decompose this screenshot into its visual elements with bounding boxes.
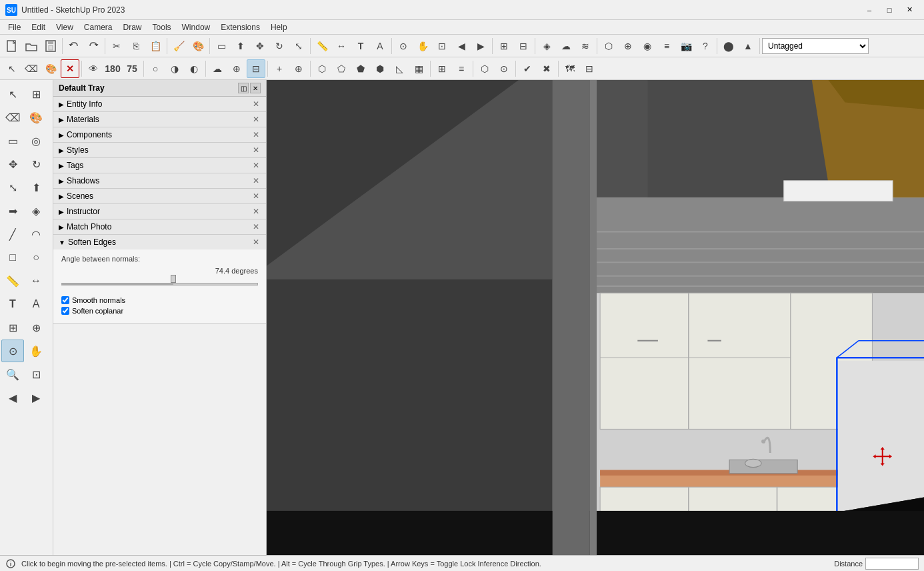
toolbar2-btn17[interactable]: ⬢ (371, 59, 389, 78)
tray-close-btn[interactable]: ✕ (250, 83, 261, 93)
toolbar2-btn5[interactable]: 👁 (84, 59, 103, 78)
tray-section-entity-info-header[interactable]: ▶ Entity Info ✕ (53, 97, 266, 111)
erase-tool[interactable]: ⌫ (1, 106, 24, 129)
copy-button[interactable]: ⎘ (127, 37, 145, 55)
rotate-t1[interactable]: ↻ (270, 37, 289, 55)
zoom-tool[interactable]: 🔍 (1, 363, 24, 386)
instructor-close[interactable]: ✕ (251, 207, 261, 216)
menu-view[interactable]: View (51, 20, 79, 35)
next-view-tool[interactable]: ▶ (25, 386, 47, 409)
toolbar2-btn7[interactable]: 75 (123, 59, 141, 78)
soften-edges-close[interactable]: ✕ (251, 237, 261, 247)
toolbar2-btn14[interactable]: ⬡ (313, 59, 331, 78)
menu-draw[interactable]: Draw (118, 20, 147, 35)
menu-help[interactable]: Help (265, 20, 293, 35)
paste-button[interactable]: 📋 (146, 37, 165, 55)
rotate-tool[interactable]: ↻ (25, 153, 47, 175)
viewport[interactable] (267, 80, 924, 555)
entity-info-close[interactable]: ✕ (251, 99, 261, 109)
toolbar2-icon-cloud[interactable]: ☁ (208, 59, 227, 78)
text-tool[interactable]: T (1, 293, 24, 316)
orbit-t1[interactable]: ⊙ (394, 37, 413, 55)
fog-t1[interactable]: ≋ (576, 37, 595, 55)
tray-section-shadows-header[interactable]: ▶ Shadows ✕ (53, 173, 266, 188)
pan-t1[interactable]: ✋ (413, 37, 432, 55)
dim-tool[interactable]: ↔ (25, 269, 47, 292)
menu-window[interactable]: Window (177, 20, 216, 35)
toolbar2-btn-active[interactable]: ⊟ (247, 59, 265, 78)
nextview-t1[interactable]: ▶ (471, 37, 490, 55)
toolbar2-btn1[interactable]: ↖ (3, 59, 21, 78)
toolbar2-btn12[interactable]: + (270, 59, 289, 78)
paint-tool[interactable]: 🎨 (25, 106, 47, 129)
menu-extensions[interactable]: Extensions (215, 20, 265, 35)
new-button[interactable] (3, 37, 21, 55)
displaysection-t1[interactable]: ⊟ (514, 37, 533, 55)
3dtext-tool[interactable]: A (25, 293, 47, 316)
pushpull-tool[interactable]: ⬆ (25, 176, 47, 199)
tray-section-components-header[interactable]: ▶ Components ✕ (53, 127, 266, 142)
materials-t1[interactable]: ◉ (638, 37, 657, 55)
component-select-tool[interactable]: ⊞ (25, 83, 47, 105)
shadows-t1[interactable]: ☁ (557, 37, 575, 55)
text-t1[interactable]: T (351, 37, 370, 55)
styles-close[interactable]: ✕ (251, 145, 261, 155)
prev-view-tool[interactable]: ◀ (1, 386, 24, 409)
tray-section-materials-header[interactable]: ▶ Materials ✕ (53, 112, 266, 127)
tray-section-scenes-header[interactable]: ▶ Scenes ✕ (53, 189, 266, 203)
scale-tool[interactable]: ⤡ (1, 176, 24, 199)
toolbar2-btn3[interactable]: 🎨 (41, 59, 60, 78)
toolbar2-btn23[interactable]: ⊙ (495, 59, 513, 78)
tag-dropdown[interactable]: Untagged Tag1 (762, 38, 869, 54)
undo-button[interactable] (65, 37, 83, 55)
toolbar2-btn6[interactable]: 180 (103, 59, 122, 78)
pushpull-t1[interactable]: ⬆ (231, 37, 250, 55)
toolbar2-btn19[interactable]: ▦ (409, 59, 428, 78)
toolbar2-btn22[interactable]: ⬡ (475, 59, 494, 78)
scale-t1[interactable]: ⤡ (289, 37, 308, 55)
components-close[interactable]: ✕ (251, 130, 261, 139)
scenes-t1[interactable]: 📷 (677, 37, 695, 55)
toolbar2-btn27[interactable]: ⊟ (580, 59, 599, 78)
open-button[interactable] (22, 37, 41, 55)
tray-section-soften-edges-header[interactable]: ▼ Soften Edges ✕ (53, 235, 266, 249)
lasso-tool[interactable]: ◎ (25, 129, 47, 152)
close-button[interactable]: ✕ (900, 3, 919, 17)
tray-section-styles-header[interactable]: ▶ Styles ✕ (53, 143, 266, 157)
solidtools-t1[interactable]: ⬤ (719, 37, 738, 55)
tray-section-match-photo-header[interactable]: ▶ Match Photo ✕ (53, 219, 266, 234)
toolbar2-btn24[interactable]: ✔ (518, 59, 537, 78)
rect-t1[interactable]: ▭ (212, 37, 231, 55)
layers-t1[interactable]: ⬡ (599, 37, 618, 55)
3dtext-t1[interactable]: A (371, 37, 389, 55)
smooth-normals-checkbox[interactable] (61, 296, 69, 304)
toolbar2-btn10[interactable]: ◐ (185, 59, 203, 78)
toolbar2-btn2[interactable]: ⌫ (22, 59, 41, 78)
toolbar2-btn25[interactable]: ✖ (537, 59, 556, 78)
info-icon[interactable]: i (5, 558, 16, 569)
toolbar2-btn26[interactable]: 🗺 (561, 59, 579, 78)
select-rect-tool[interactable]: ▭ (1, 129, 24, 152)
select-tool[interactable]: ↖ (1, 83, 24, 105)
materials-close[interactable]: ✕ (251, 115, 261, 124)
maximize-button[interactable]: □ (880, 3, 899, 17)
cut-button[interactable]: ✂ (107, 37, 126, 55)
zoomext-t1[interactable]: ⊡ (433, 37, 451, 55)
erase-t1[interactable]: 🧹 (169, 37, 188, 55)
pan-tool[interactable]: ✋ (25, 340, 47, 362)
toolbar2-btn21[interactable]: ≡ (452, 59, 471, 78)
arc-tool[interactable]: ◠ (25, 223, 47, 245)
match-photo-close[interactable]: ✕ (251, 222, 261, 231)
offset-tool[interactable]: ◈ (25, 199, 47, 222)
section-tool[interactable]: ⊞ (1, 316, 24, 339)
shadows-close[interactable]: ✕ (251, 176, 261, 185)
toolbar2-btn20[interactable]: ⊞ (433, 59, 451, 78)
dim-t1[interactable]: ↔ (332, 37, 351, 55)
tray-section-instructor-header[interactable]: ▶ Instructor ✕ (53, 204, 266, 219)
instructor-t1[interactable]: ? (696, 37, 715, 55)
tags-close[interactable]: ✕ (251, 161, 261, 170)
line-tool[interactable]: ╱ (1, 223, 24, 245)
scenes-close[interactable]: ✕ (251, 191, 261, 201)
tape-t1[interactable]: 📏 (313, 37, 331, 55)
axes-tool[interactable]: ⊕ (25, 316, 47, 339)
